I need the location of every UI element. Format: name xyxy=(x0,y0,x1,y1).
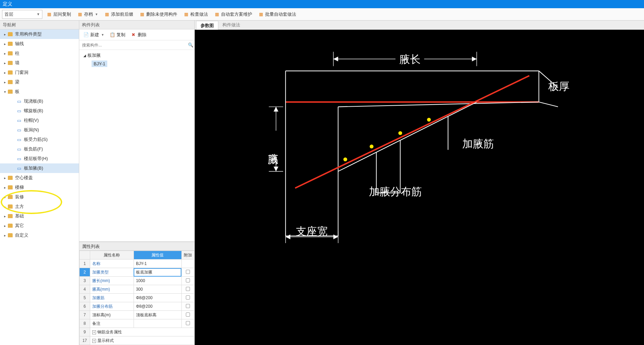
prop-extra[interactable] xyxy=(181,294,194,302)
batch-auto-icon: ▦ xyxy=(258,12,264,17)
nav-item[interactable]: ▸门窗洞 xyxy=(0,68,79,77)
property-row[interactable]: 6加腋分布筋Φ8@200 xyxy=(80,302,194,311)
col-extra: 附加 xyxy=(181,251,194,260)
nav-item[interactable]: ▭螺旋板(B) xyxy=(0,106,79,116)
prop-name: 腋长(mm) xyxy=(90,277,134,285)
property-row[interactable]: 4腋高(mm)300 xyxy=(80,285,194,294)
nav-item[interactable]: ▸梁 xyxy=(0,77,79,87)
nav-item[interactable]: ▭板负筋(F) xyxy=(0,144,79,154)
label-zhi-zuo-kuan: 支座宽 xyxy=(296,226,328,237)
nav-item[interactable]: ▭楼层板带(H) xyxy=(0,154,79,163)
prop-extra[interactable] xyxy=(181,260,194,268)
prop-name: 名称 xyxy=(90,260,134,268)
prop-value[interactable]: BJY-1 xyxy=(134,260,181,268)
checkbox-icon xyxy=(186,278,190,282)
prop-extra[interactable] xyxy=(181,268,194,277)
copy-layers-button[interactable]: ▦层间复制 xyxy=(44,10,73,19)
batch-auto-button[interactable]: ▦批量自动套做法 xyxy=(256,10,298,19)
item-icon: ▭ xyxy=(16,137,22,142)
checkbox-icon xyxy=(186,321,190,325)
search-input[interactable] xyxy=(79,43,187,48)
prop-extra[interactable] xyxy=(181,285,194,294)
prop-value[interactable]: Φ8@200 xyxy=(134,294,181,302)
nav-item[interactable]: ▭现浇板(B) xyxy=(0,96,79,106)
folder-icon xyxy=(8,51,13,56)
svg-line-15 xyxy=(338,102,539,107)
property-row[interactable]: 2加腋类型板底加腋 xyxy=(80,268,194,277)
folder-icon xyxy=(8,213,13,219)
prop-extra[interactable] xyxy=(181,319,194,328)
prop-value[interactable]: 板底加腋 xyxy=(134,268,181,277)
copy-button[interactable]: 📋 复制 xyxy=(108,31,127,39)
delete-unused-button[interactable]: ▦删除未使用构件 xyxy=(137,10,179,19)
folder-icon xyxy=(8,79,13,85)
svg-marker-30 xyxy=(274,167,278,171)
property-row[interactable]: 9+钢筋业务属性 xyxy=(80,328,194,336)
nav-item[interactable]: ▾板 xyxy=(0,87,79,96)
archive-button[interactable]: ▦存档▼ xyxy=(75,10,100,19)
expand-icon: ▾ xyxy=(3,90,7,94)
nav-item[interactable]: ▸土方 xyxy=(0,202,79,211)
label-jia-ye-jin: 加腋筋 xyxy=(462,138,494,150)
main-toolbar: 首层 ▼ ▦层间复制▦存档▼▦添加前后缀▦删除未使用构件▦检查做法▦自动套方案维… xyxy=(0,8,644,21)
row-number: 7 xyxy=(80,311,90,319)
nav-item[interactable]: ▸自定义 xyxy=(0,230,79,240)
nav-item[interactable]: ▭柱帽(V) xyxy=(0,116,79,125)
component-tree: ◢ 板加腋 BJY-1 xyxy=(79,50,194,242)
folder-icon xyxy=(8,185,13,190)
prop-extra[interactable] xyxy=(181,277,194,285)
folder-icon xyxy=(8,233,13,238)
prop-extra[interactable] xyxy=(181,302,194,311)
nav-item[interactable]: ▭板加腋(B) xyxy=(0,163,79,173)
nav-item[interactable]: ▸空心楼盖 xyxy=(0,173,79,183)
param-diagram: 腋长 板厚 xyxy=(195,30,644,345)
expand-icon: ▸ xyxy=(3,80,7,84)
search-icon[interactable]: 🔍 xyxy=(187,42,194,48)
nav-item[interactable]: ▸柱 xyxy=(0,49,79,58)
delete-button[interactable]: ✖ 删除 xyxy=(129,31,149,39)
prop-name[interactable]: +显示样式 xyxy=(90,336,194,345)
prefix-suffix-button[interactable]: ▦添加前后缀 xyxy=(102,10,135,19)
delete-icon: ✖ xyxy=(131,32,136,38)
nav-item[interactable]: ▸墙 xyxy=(0,58,79,68)
tab-param[interactable]: 参数图 xyxy=(196,21,218,30)
property-row[interactable]: 17+显示样式 xyxy=(80,336,194,345)
folder-icon xyxy=(8,89,13,94)
nav-item[interactable]: ▸楼梯 xyxy=(0,183,79,192)
property-row[interactable]: 3腋长(mm)1000 xyxy=(80,277,194,285)
component-tree-root[interactable]: ◢ 板加腋 xyxy=(79,51,194,59)
property-row[interactable]: 8备注 xyxy=(80,319,194,328)
copy-layers-icon: ▦ xyxy=(46,12,52,17)
expand-icon: ▸ xyxy=(3,71,7,75)
auto-plan-button[interactable]: ▦自动套方案维护 xyxy=(212,10,254,19)
nav-item[interactable]: ▸装修 xyxy=(0,192,79,202)
label-ye-gao: 腋高 xyxy=(268,154,278,164)
checkbox-icon xyxy=(186,313,190,317)
new-button[interactable]: 📄 新建 ▼ xyxy=(81,31,106,39)
folder-icon xyxy=(8,223,13,228)
prop-value[interactable]: Φ8@200 xyxy=(134,302,181,311)
property-row[interactable]: 5加腋筋Φ8@200 xyxy=(80,294,194,302)
nav-item[interactable]: ▸基础 xyxy=(0,211,79,221)
property-row[interactable]: 1名称BJY-1 xyxy=(80,260,194,268)
nav-item[interactable]: ▭板受力筋(S) xyxy=(0,135,79,144)
expand-icon: ▸ xyxy=(3,176,7,180)
property-row[interactable]: 7顶标高(m)顶板底标高 xyxy=(80,311,194,319)
nav-item[interactable]: ▸其它 xyxy=(0,221,79,230)
nav-item[interactable]: ▭板洞(N) xyxy=(0,125,79,135)
nav-item[interactable]: ▸常用构件类型 xyxy=(0,29,79,39)
prop-value[interactable]: 顶板底标高 xyxy=(134,311,181,319)
nav-item[interactable]: ▸轴线 xyxy=(0,39,79,49)
check-method-button[interactable]: ▦检查做法 xyxy=(181,10,210,19)
component-header: 构件列表 xyxy=(79,21,194,29)
floor-select[interactable]: 首层 ▼ xyxy=(2,10,42,19)
svg-marker-35 xyxy=(333,235,338,239)
prop-value[interactable] xyxy=(134,319,181,328)
component-tree-item[interactable]: BJY-1 xyxy=(79,59,194,68)
prop-extra[interactable] xyxy=(181,311,194,319)
prop-value[interactable]: 300 xyxy=(134,285,181,294)
prop-name[interactable]: +钢筋业务属性 xyxy=(90,328,194,336)
prop-value[interactable]: 1000 xyxy=(134,277,181,285)
tab-method[interactable]: 构件做法 xyxy=(218,21,244,29)
delete-unused-icon: ▦ xyxy=(139,12,145,17)
